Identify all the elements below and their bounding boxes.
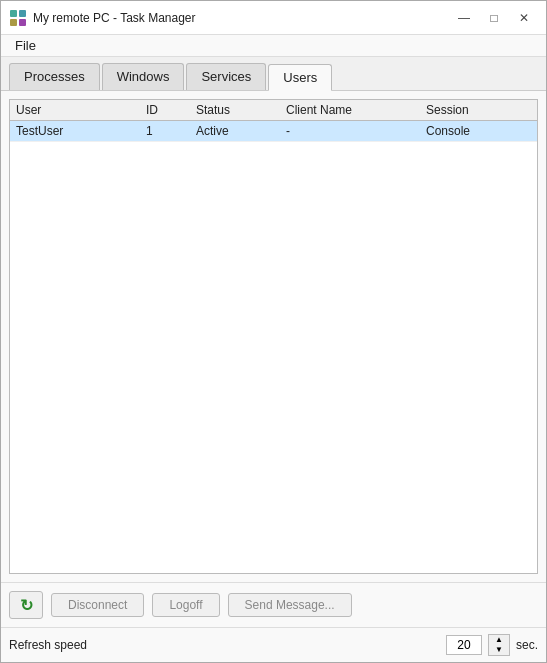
window-title: My remote PC - Task Manager — [33, 11, 196, 25]
tabs-container: Processes Windows Services Users — [1, 57, 546, 91]
minimize-button[interactable]: — — [450, 7, 478, 29]
tab-windows[interactable]: Windows — [102, 63, 185, 90]
tab-processes[interactable]: Processes — [9, 63, 100, 90]
col-user: User — [16, 103, 146, 117]
col-session: Session — [426, 103, 526, 117]
col-client-name: Client Name — [286, 103, 426, 117]
main-window: My remote PC - Task Manager — □ ✕ File P… — [0, 0, 547, 663]
row-user: TestUser — [16, 124, 146, 138]
table-row[interactable]: TestUser 1 Active - Console — [10, 121, 537, 142]
spinner: ▲ ▼ — [488, 634, 510, 656]
refresh-speed-label: Refresh speed — [9, 638, 87, 652]
disconnect-button[interactable]: Disconnect — [51, 593, 144, 617]
refresh-button[interactable]: ↻ — [9, 591, 43, 619]
refresh-value-input[interactable] — [446, 635, 482, 655]
svg-rect-2 — [10, 19, 17, 26]
row-client-name: - — [286, 124, 426, 138]
refresh-area: Refresh speed ▲ ▼ sec. — [1, 627, 546, 662]
file-menu[interactable]: File — [9, 35, 42, 56]
row-status: Active — [196, 124, 286, 138]
logoff-button[interactable]: Logoff — [152, 593, 219, 617]
col-id: ID — [146, 103, 196, 117]
send-message-button[interactable]: Send Message... — [228, 593, 352, 617]
refresh-icon: ↻ — [20, 596, 33, 615]
close-button[interactable]: ✕ — [510, 7, 538, 29]
svg-rect-0 — [10, 10, 17, 17]
sec-label: sec. — [516, 638, 538, 652]
content-area: User ID Status Client Name Session TestU… — [1, 91, 546, 582]
maximize-button[interactable]: □ — [480, 7, 508, 29]
title-bar-left: My remote PC - Task Manager — [9, 9, 196, 27]
tab-users[interactable]: Users — [268, 64, 332, 91]
svg-rect-3 — [19, 19, 26, 26]
spinner-up-button[interactable]: ▲ — [489, 635, 509, 645]
menu-bar: File — [1, 35, 546, 57]
users-table: User ID Status Client Name Session TestU… — [9, 99, 538, 574]
title-bar-controls: — □ ✕ — [450, 7, 538, 29]
svg-rect-1 — [19, 10, 26, 17]
col-status: Status — [196, 103, 286, 117]
tab-services[interactable]: Services — [186, 63, 266, 90]
table-header: User ID Status Client Name Session — [10, 100, 537, 121]
app-icon — [9, 9, 27, 27]
title-bar: My remote PC - Task Manager — □ ✕ — [1, 1, 546, 35]
spinner-down-button[interactable]: ▼ — [489, 645, 509, 655]
action-bar: ↻ Disconnect Logoff Send Message... — [1, 582, 546, 627]
row-session: Console — [426, 124, 526, 138]
row-id: 1 — [146, 124, 196, 138]
